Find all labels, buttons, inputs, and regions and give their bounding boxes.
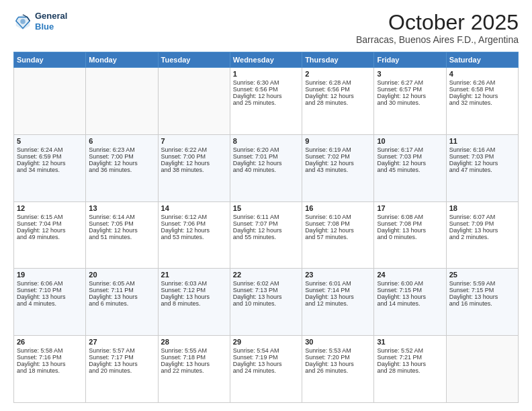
day-info: and 18 minutes. [17, 367, 83, 374]
day-info: Sunrise: 6:16 AM [449, 146, 515, 153]
month-title: October 2025 [356, 11, 519, 34]
day-cell: 22Sunrise: 6:02 AMSunset: 7:13 PMDayligh… [230, 269, 302, 336]
day-number: 6 [89, 137, 154, 145]
day-number: 20 [89, 271, 154, 279]
day-number: 4 [449, 70, 515, 78]
day-info: Daylight: 13 hours [89, 293, 154, 300]
day-number: 9 [305, 137, 371, 145]
day-cell [86, 68, 158, 135]
day-cell: 24Sunrise: 6:00 AMSunset: 7:15 PMDayligh… [374, 269, 446, 336]
day-info: Sunset: 7:18 PM [161, 354, 227, 361]
day-number: 24 [377, 271, 443, 279]
day-cell: 2Sunrise: 6:28 AMSunset: 6:56 PMDaylight… [302, 68, 374, 135]
day-cell: 21Sunrise: 6:03 AMSunset: 7:12 PMDayligh… [158, 269, 230, 336]
day-number: 26 [17, 338, 83, 346]
day-info: Sunset: 7:03 PM [377, 153, 443, 160]
day-info: Sunrise: 6:15 AM [17, 214, 83, 220]
day-info: Sunset: 7:14 PM [305, 287, 371, 293]
day-number: 5 [17, 137, 83, 145]
day-info: Sunset: 7:08 PM [377, 220, 443, 227]
day-info: Daylight: 12 hours [17, 160, 83, 167]
day-info: and 6 minutes. [89, 300, 154, 307]
day-info: Daylight: 13 hours [377, 227, 443, 234]
day-number: 7 [161, 137, 227, 145]
day-number: 30 [305, 338, 371, 346]
day-info: Daylight: 12 hours [89, 160, 154, 167]
day-info: Daylight: 12 hours [161, 227, 227, 234]
day-info: Daylight: 13 hours [305, 293, 371, 300]
day-info: Sunset: 7:00 PM [89, 153, 154, 160]
col-header-sunday: Sunday [14, 52, 86, 68]
day-cell: 7Sunrise: 6:22 AMSunset: 7:00 PMDaylight… [158, 134, 230, 201]
day-number: 25 [449, 271, 515, 279]
day-info: and 51 minutes. [89, 234, 154, 240]
day-info: Sunset: 7:19 PM [233, 354, 299, 361]
day-cell: 5Sunrise: 6:24 AMSunset: 6:59 PMDaylight… [14, 134, 86, 201]
day-info: Sunrise: 6:02 AM [233, 280, 299, 287]
day-number: 28 [161, 338, 227, 346]
day-info: and 22 minutes. [161, 367, 227, 374]
day-info: Sunrise: 6:00 AM [377, 280, 443, 287]
day-number: 8 [233, 137, 299, 145]
day-info: and 43 minutes. [305, 167, 371, 173]
day-info: and 49 minutes. [17, 234, 83, 240]
day-info: Sunrise: 6:01 AM [305, 280, 371, 287]
col-header-monday: Monday [86, 52, 158, 68]
day-info: Sunset: 7:01 PM [233, 153, 299, 160]
day-info: Daylight: 13 hours [17, 293, 83, 300]
day-cell [14, 68, 86, 135]
day-info: Daylight: 13 hours [89, 361, 154, 367]
day-cell: 14Sunrise: 6:12 AMSunset: 7:06 PMDayligh… [158, 201, 230, 269]
day-info: and 10 minutes. [233, 300, 299, 307]
day-info: Daylight: 13 hours [233, 293, 299, 300]
day-info: and 0 minutes. [377, 234, 443, 240]
logo-line1: General [35, 11, 67, 21]
day-info: and 28 minutes. [377, 367, 443, 374]
day-number: 19 [17, 271, 83, 279]
week-row-3: 12Sunrise: 6:15 AMSunset: 7:04 PMDayligh… [14, 201, 519, 269]
day-info: Sunrise: 6:08 AM [377, 214, 443, 220]
day-info: Daylight: 13 hours [449, 227, 515, 234]
day-info: Sunrise: 6:27 AM [377, 79, 443, 86]
title-block: October 2025 Barracas, Buenos Aires F.D.… [356, 11, 519, 45]
day-info: Daylight: 13 hours [233, 361, 299, 367]
day-info: Daylight: 13 hours [305, 361, 371, 367]
day-info: Daylight: 12 hours [233, 160, 299, 167]
day-number: 13 [89, 204, 154, 212]
day-number: 14 [161, 204, 227, 212]
day-info: and 34 minutes. [17, 167, 83, 173]
day-cell: 10Sunrise: 6:17 AMSunset: 7:03 PMDayligh… [374, 134, 446, 201]
col-header-friday: Friday [374, 52, 446, 68]
day-info: Sunrise: 5:53 AM [305, 347, 371, 354]
day-info: Daylight: 12 hours [233, 93, 299, 99]
day-cell: 6Sunrise: 6:23 AMSunset: 7:00 PMDaylight… [86, 134, 158, 201]
day-number: 16 [305, 204, 371, 212]
day-number: 21 [161, 271, 227, 279]
col-header-thursday: Thursday [302, 52, 374, 68]
day-info: Sunset: 6:59 PM [17, 153, 83, 160]
day-cell: 9Sunrise: 6:19 AMSunset: 7:02 PMDaylight… [302, 134, 374, 201]
day-info: Daylight: 13 hours [17, 361, 83, 367]
day-info: Sunset: 6:56 PM [233, 86, 299, 93]
day-number: 18 [449, 204, 515, 212]
week-row-5: 26Sunrise: 5:58 AMSunset: 7:16 PMDayligh… [14, 336, 519, 403]
day-info: and 40 minutes. [233, 167, 299, 173]
day-info: Sunrise: 6:30 AM [233, 79, 299, 86]
day-cell: 30Sunrise: 5:53 AMSunset: 7:20 PMDayligh… [302, 336, 374, 403]
day-info: and 38 minutes. [161, 167, 227, 173]
day-cell: 12Sunrise: 6:15 AMSunset: 7:04 PMDayligh… [14, 201, 86, 269]
day-cell: 26Sunrise: 5:58 AMSunset: 7:16 PMDayligh… [14, 336, 86, 403]
day-info: and 45 minutes. [377, 167, 443, 173]
day-info: and 8 minutes. [161, 300, 227, 307]
day-info: Sunrise: 5:55 AM [161, 347, 227, 354]
day-cell: 20Sunrise: 6:05 AMSunset: 7:11 PMDayligh… [86, 269, 158, 336]
day-cell: 17Sunrise: 6:08 AMSunset: 7:08 PMDayligh… [374, 201, 446, 269]
day-cell: 18Sunrise: 6:07 AMSunset: 7:09 PMDayligh… [446, 201, 518, 269]
week-row-2: 5Sunrise: 6:24 AMSunset: 6:59 PMDaylight… [14, 134, 519, 201]
day-number: 22 [233, 271, 299, 279]
day-info: Sunrise: 6:28 AM [305, 79, 371, 86]
day-info: Daylight: 13 hours [161, 293, 227, 300]
day-info: Sunrise: 6:05 AM [89, 280, 154, 287]
day-info: Sunrise: 6:20 AM [233, 146, 299, 153]
day-info: Daylight: 13 hours [449, 293, 515, 300]
